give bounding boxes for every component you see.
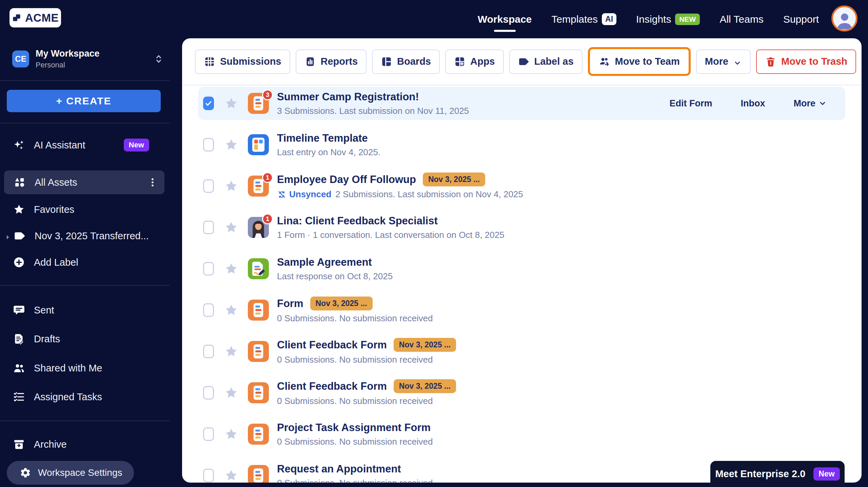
star-icon xyxy=(13,203,26,216)
row-checkbox[interactable] xyxy=(203,303,214,317)
favorite-star-icon[interactable] xyxy=(224,386,238,400)
apps-button[interactable]: Apps xyxy=(445,49,504,74)
row-type-icon: 1 xyxy=(248,217,269,238)
row-type-icon xyxy=(248,341,269,362)
sidebar-item-sent[interactable]: Sent xyxy=(0,299,170,321)
kebab-menu-icon[interactable] xyxy=(147,177,158,188)
workspace-settings-button[interactable]: Workspace Settings xyxy=(7,461,134,485)
list-item[interactable]: Project Task Assignment Form 0 Submissio… xyxy=(198,418,845,451)
sidebar-item-archive[interactable]: Archive xyxy=(0,433,170,455)
tag-icon xyxy=(518,56,530,67)
row-label-badge: Nov 3, 2025 ... xyxy=(394,338,456,352)
favorite-star-icon[interactable] xyxy=(224,138,238,152)
people-icon xyxy=(13,362,26,374)
asset-list: 3 Summer Camp Registration! 3 Submission… xyxy=(182,85,862,483)
row-checkbox[interactable] xyxy=(203,469,214,482)
row-label-badge: Nov 3, 2025 ... xyxy=(423,173,485,186)
row-checkbox[interactable] xyxy=(203,427,214,441)
list-item[interactable]: Client Feedback Form Nov 3, 2025 ... 0 S… xyxy=(198,335,845,368)
sidebar-item-favorites[interactable]: Favorites xyxy=(0,198,170,221)
edit-form-button[interactable]: Edit Form xyxy=(669,98,712,109)
list-item[interactable]: Timeline Template Last entry on Nov 4, 2… xyxy=(198,128,845,161)
row-more-button[interactable]: More xyxy=(793,98,827,109)
sidebar-item-add-label[interactable]: Add Label xyxy=(0,251,170,273)
nav-support[interactable]: Support xyxy=(783,0,819,38)
favorite-star-icon[interactable] xyxy=(224,220,238,235)
submissions-button[interactable]: Submissions xyxy=(195,49,290,74)
row-title: Form xyxy=(277,298,303,310)
row-subtitle: Last response on Oct 8, 2025 xyxy=(277,271,393,282)
enterprise-banner[interactable]: Meet Enterprise 2.0 New xyxy=(710,461,845,487)
list-item[interactable]: Form Nov 3, 2025 ... 0 Submissions. No s… xyxy=(198,293,845,327)
row-checkbox[interactable] xyxy=(203,138,214,151)
label-as-button[interactable]: Label as xyxy=(509,49,583,74)
row-subtitle: 0 Submissions. No submission received xyxy=(277,437,433,447)
caret-right-icon[interactable] xyxy=(4,232,12,240)
row-type-icon xyxy=(248,382,269,403)
list-item[interactable]: 1 Employee Day Off Followup Nov 3, 2025 … xyxy=(198,169,845,203)
list-item[interactable]: 1 Lina: Client Feedback Specialist 1 For… xyxy=(198,211,845,244)
row-type-icon xyxy=(248,465,269,483)
row-checkbox[interactable] xyxy=(203,179,214,193)
create-button[interactable]: + CREATE xyxy=(7,90,161,112)
move-to-team-button[interactable]: Move to Team xyxy=(590,49,689,74)
row-label-badge: Nov 3, 2025 ... xyxy=(310,297,373,310)
tasks-icon xyxy=(13,390,26,403)
reports-icon xyxy=(304,56,316,67)
list-item[interactable]: Sample Agreement Last response on Oct 8,… xyxy=(198,252,845,285)
sidebar-item-assigned-tasks[interactable]: Assigned Tasks xyxy=(0,386,170,408)
row-subtitle: 3 Submissions. Last submission on Nov 11… xyxy=(277,106,469,116)
row-checkbox[interactable] xyxy=(203,262,214,276)
favorite-star-icon[interactable] xyxy=(224,468,238,483)
nav-templates[interactable]: Templates AI xyxy=(551,0,616,38)
row-checkbox[interactable] xyxy=(203,97,214,110)
row-title: Project Task Assignment Form xyxy=(277,422,431,434)
inbox-button[interactable]: Inbox xyxy=(741,98,765,109)
more-button[interactable]: More xyxy=(696,49,751,74)
favorite-star-icon[interactable] xyxy=(224,96,238,110)
row-type-icon xyxy=(248,258,269,279)
row-subtitle: 0 Submissions. No submission received xyxy=(277,354,433,365)
label-tag-icon xyxy=(14,229,26,242)
shapes-icon xyxy=(14,176,26,189)
notification-count-badge: 1 xyxy=(262,172,273,183)
favorite-star-icon[interactable] xyxy=(224,262,238,276)
acme-logo[interactable]: ACME xyxy=(9,8,61,27)
unfold-chevron-icon[interactable] xyxy=(153,54,164,64)
reports-button[interactable]: Reports xyxy=(296,49,367,74)
nav-all-teams[interactable]: All Teams xyxy=(719,0,764,38)
favorite-star-icon[interactable] xyxy=(224,427,238,441)
list-item[interactable]: Client Feedback Form Nov 3, 2025 ... 0 S… xyxy=(198,376,845,409)
row-title: Timeline Template xyxy=(277,132,368,144)
row-checkbox[interactable] xyxy=(203,345,214,358)
favorite-star-icon[interactable] xyxy=(224,344,238,359)
acme-logo-icon xyxy=(12,13,23,23)
bulk-actions-toolbar: Submissions Reports Boards Apps Label as xyxy=(182,38,862,85)
sidebar-item-label[interactable]: Nov 3, 2025 Transferred... xyxy=(0,225,170,247)
nav-insights[interactable]: Insights NEW xyxy=(636,0,700,38)
notification-count-badge: 3 xyxy=(262,89,273,100)
sidebar-item-drafts[interactable]: Drafts xyxy=(0,328,170,350)
workspace-selector[interactable]: CE My Workspace Personal xyxy=(12,48,168,69)
row-type-icon xyxy=(248,134,269,155)
row-label-badge: Nov 3, 2025 ... xyxy=(394,379,456,393)
move-to-trash-button[interactable]: Move to Trash xyxy=(756,49,856,74)
row-type-icon xyxy=(248,300,269,321)
favorite-star-icon[interactable] xyxy=(224,303,238,317)
boards-button[interactable]: Boards xyxy=(372,49,440,74)
row-checkbox[interactable] xyxy=(203,221,214,234)
row-title: Request an Appointment xyxy=(277,463,401,475)
logo-text: ACME xyxy=(25,12,59,24)
sidebar-item-ai-assistant[interactable]: AI Assistant New xyxy=(0,134,170,156)
favorite-star-icon[interactable] xyxy=(224,179,238,193)
nav-workspace[interactable]: Workspace xyxy=(478,0,532,38)
sidebar-item-shared-with-me[interactable]: Shared with Me xyxy=(0,357,170,379)
list-item[interactable]: 3 Summer Camp Registration! 3 Submission… xyxy=(198,87,845,120)
row-checkbox[interactable] xyxy=(203,386,214,400)
sidebar-divider xyxy=(0,80,170,81)
user-avatar[interactable] xyxy=(831,5,857,32)
draft-icon xyxy=(13,332,26,345)
sidebar-item-all-assets[interactable]: All Assets xyxy=(4,170,164,194)
move-to-team-highlight: Move to Team xyxy=(588,47,691,76)
unsynced-status: Unsynced xyxy=(277,189,331,200)
